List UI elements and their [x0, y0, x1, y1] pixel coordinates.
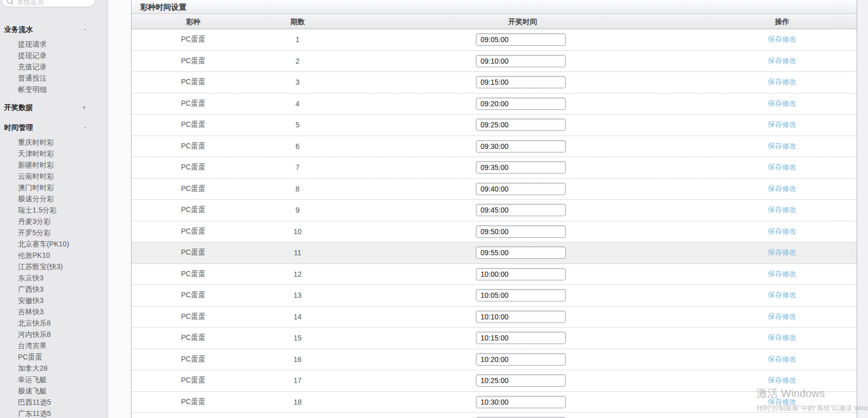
- save-changes-link[interactable]: 保存修改: [768, 120, 797, 129]
- sidebar-item[interactable]: 新疆时时彩: [0, 159, 107, 170]
- save-changes-link[interactable]: 保存修改: [768, 142, 797, 151]
- cell-draw-time: [476, 200, 569, 221]
- cell-draw-time: [476, 413, 569, 418]
- cell-action: 保存修改: [741, 328, 823, 349]
- cell-draw-time: [476, 136, 569, 157]
- sidebar-item[interactable]: 广东11选5: [0, 408, 107, 418]
- sidebar-item[interactable]: 极速飞艇: [0, 385, 107, 396]
- cell-lottery: PC蛋蛋: [132, 51, 255, 72]
- cell-period: 8: [255, 179, 340, 200]
- sidebar-item[interactable]: 瑞士1.5分彩: [0, 204, 107, 216]
- save-changes-link[interactable]: 保存修改: [768, 205, 797, 215]
- table-row: PC蛋蛋11保存修改: [132, 242, 857, 264]
- draw-time-input[interactable]: [476, 161, 566, 174]
- cell-draw-time: [476, 392, 569, 413]
- draw-time-input[interactable]: [476, 55, 566, 67]
- save-changes-link[interactable]: 保存修改: [768, 248, 797, 257]
- sidebar-item[interactable]: 江苏骰宝(快3): [0, 261, 107, 272]
- cell-action: 保存修改: [741, 200, 823, 221]
- sidebar-item[interactable]: 提现请求: [0, 39, 107, 50]
- sidebar-item[interactable]: 北京赛车(PK10): [0, 238, 107, 250]
- save-changes-link[interactable]: 保存修改: [768, 333, 797, 343]
- draw-time-input[interactable]: [476, 76, 566, 88]
- sidebar-item[interactable]: 云南时时彩: [0, 170, 107, 182]
- draw-time-input[interactable]: [476, 119, 566, 131]
- cell-lottery: PC蛋蛋: [132, 29, 255, 50]
- sidebar-item[interactable]: 安徽快3: [0, 295, 107, 306]
- draw-time-input[interactable]: [476, 396, 566, 408]
- header-period: 期数: [255, 14, 340, 29]
- sidebar-item[interactable]: 广西快3: [0, 283, 107, 295]
- sidebar-item[interactable]: 加拿大28: [0, 363, 107, 374]
- draw-time-input[interactable]: [476, 98, 566, 110]
- save-changes-link[interactable]: 保存修改: [768, 376, 797, 385]
- draw-time-input[interactable]: [476, 353, 566, 366]
- draw-time-input[interactable]: [476, 33, 566, 46]
- draw-time-input[interactable]: [476, 140, 566, 153]
- sidebar-item[interactable]: 普通投注: [0, 72, 107, 84]
- save-changes-link[interactable]: 保存修改: [768, 35, 797, 44]
- cell-period: 4: [255, 93, 340, 115]
- table-row: PC蛋蛋1保存修改: [132, 29, 857, 51]
- screen: 业务流水-提现请求提现记录充值记录普通投注帐变明细开奖数据+时间管理-重庆时时彩…: [0, 0, 868, 418]
- sidebar-item[interactable]: PC蛋蛋: [0, 351, 107, 363]
- sidebar: 业务流水-提现请求提现记录充值记录普通投注帐变明细开奖数据+时间管理-重庆时时彩…: [0, 0, 107, 418]
- draw-time-input[interactable]: [476, 246, 566, 259]
- cell-draw-time: [476, 115, 569, 136]
- save-changes-link[interactable]: 保存修改: [768, 270, 797, 279]
- cell-draw-time: [476, 221, 569, 242]
- draw-time-input[interactable]: [476, 268, 566, 280]
- sidebar-item[interactable]: 河内快乐8: [0, 329, 107, 340]
- sidebar-section-1[interactable]: 业务流水-: [4, 24, 107, 35]
- sidebar-item[interactable]: 东京快3: [0, 272, 107, 283]
- sidebar-item[interactable]: 帐变明细: [0, 84, 107, 95]
- draw-time-input[interactable]: [476, 289, 566, 301]
- sidebar-item[interactable]: 极速分分彩: [0, 193, 107, 204]
- sidebar-section-2[interactable]: 开奖数据+: [4, 102, 107, 113]
- save-changes-link[interactable]: 保存修改: [768, 78, 797, 87]
- save-changes-link[interactable]: 保存修改: [768, 291, 797, 300]
- sidebar-section-3[interactable]: 时间管理-: [4, 122, 107, 133]
- sidebar-item[interactable]: 巴西11选5: [0, 396, 107, 408]
- save-changes-link[interactable]: 保存修改: [768, 56, 797, 66]
- sidebar-item[interactable]: 北京快乐8: [0, 317, 107, 329]
- draw-time-input[interactable]: [476, 332, 566, 344]
- cell-period: 13: [255, 285, 340, 306]
- draw-time-input[interactable]: [476, 311, 566, 323]
- draw-time-input[interactable]: [476, 374, 566, 387]
- member-search-box[interactable]: [1, 0, 96, 7]
- sidebar-item[interactable]: 天津时时彩: [0, 148, 107, 159]
- expand-icon[interactable]: +: [82, 102, 86, 113]
- sidebar-item[interactable]: 幸运飞艇: [0, 374, 107, 385]
- save-changes-link[interactable]: 保存修改: [768, 184, 797, 194]
- save-changes-link[interactable]: 保存修改: [768, 397, 797, 407]
- header-action: 操作: [741, 14, 823, 29]
- save-changes-link[interactable]: 保存修改: [768, 163, 797, 172]
- draw-time-input[interactable]: [476, 225, 566, 238]
- collapse-icon[interactable]: -: [84, 122, 86, 133]
- cell-lottery: PC蛋蛋: [132, 72, 255, 93]
- cell-lottery: PC蛋蛋: [132, 285, 255, 306]
- cell-draw-time: [476, 93, 569, 115]
- cell-action: 保存修改: [741, 29, 823, 50]
- sidebar-item[interactable]: 重庆时时彩: [0, 137, 107, 148]
- sidebar-item[interactable]: 充值记录: [0, 61, 107, 72]
- sidebar-item[interactable]: 伦敦PK10: [0, 250, 107, 261]
- sidebar-item[interactable]: 吉林快3: [0, 306, 107, 317]
- save-changes-link[interactable]: 保存修改: [768, 355, 797, 364]
- member-search-input[interactable]: [14, 0, 81, 6]
- draw-time-input[interactable]: [476, 204, 566, 216]
- sidebar-item[interactable]: 丹麦3分彩: [0, 216, 107, 227]
- draw-time-input[interactable]: [476, 183, 566, 195]
- sidebar-item[interactable]: 澳门时时彩: [0, 182, 107, 193]
- table-row: PC蛋蛋3保存修改: [132, 72, 857, 93]
- save-changes-link[interactable]: 保存修改: [768, 99, 797, 108]
- save-changes-link[interactable]: 保存修改: [768, 312, 797, 321]
- collapse-icon[interactable]: -: [84, 24, 86, 35]
- sidebar-item[interactable]: 提现记录: [0, 50, 107, 61]
- sidebar-item[interactable]: 开罗5分彩: [0, 227, 107, 238]
- table-row: PC蛋蛋17保存修改: [132, 370, 857, 392]
- cell-period: 1: [255, 29, 340, 50]
- sidebar-item[interactable]: 台湾宾果: [0, 340, 107, 351]
- save-changes-link[interactable]: 保存修改: [768, 227, 797, 236]
